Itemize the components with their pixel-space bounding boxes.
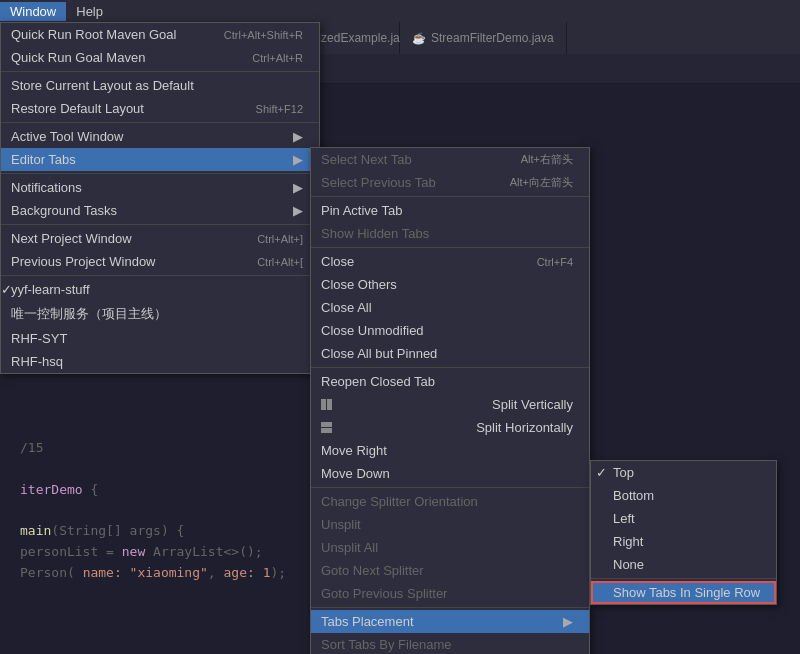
placement-sep bbox=[591, 578, 776, 579]
submenu-select-next[interactable]: Select Next Tab Alt+右箭头 bbox=[311, 148, 589, 171]
submenu-close[interactable]: Close Ctrl+F4 bbox=[311, 250, 589, 273]
menu-item-notifications[interactable]: Notifications ▶ bbox=[1, 176, 319, 199]
submenu-select-prev[interactable]: Select Previous Tab Alt+向左箭头 bbox=[311, 171, 589, 194]
separator-4 bbox=[1, 224, 319, 225]
sub-sep-3 bbox=[311, 367, 589, 368]
placement-right[interactable]: Right bbox=[591, 530, 776, 553]
editor-tabs-submenu: Select Next Tab Alt+右箭头 Select Previous … bbox=[310, 147, 590, 654]
menu-item-weiy[interactable]: 唯一控制服务（项目主线） bbox=[1, 301, 319, 327]
submenu-change-splitter[interactable]: Change Splitter Orientation bbox=[311, 490, 589, 513]
menu-item-store-layout[interactable]: Store Current Layout as Default bbox=[1, 74, 319, 97]
submenu-tabs-placement[interactable]: Tabs Placement ▶ bbox=[311, 610, 589, 633]
submenu-unsplit[interactable]: Unsplit bbox=[311, 513, 589, 536]
submenu-sort-tabs[interactable]: Sort Tabs By Filename bbox=[311, 633, 589, 654]
sub-sep-1 bbox=[311, 196, 589, 197]
menu-item-quick-run-goal[interactable]: Quick Run Goal Maven Ctrl+Alt+R bbox=[1, 46, 319, 69]
placement-single-row[interactable]: Show Tabs In Single Row bbox=[591, 581, 776, 604]
separator-2 bbox=[1, 122, 319, 123]
menu-item-rhf-syt[interactable]: RHF-SYT bbox=[1, 327, 319, 350]
placement-bottom[interactable]: Bottom bbox=[591, 484, 776, 507]
submenu-move-down[interactable]: Move Down bbox=[311, 462, 589, 485]
menu-item-quick-run-root[interactable]: Quick Run Root Maven Goal Ctrl+Alt+Shift… bbox=[1, 23, 319, 46]
submenu-show-hidden[interactable]: Show Hidden Tabs bbox=[311, 222, 589, 245]
menu-item-editor-tabs[interactable]: Editor Tabs ▶ bbox=[1, 148, 319, 171]
sub-sep-5 bbox=[311, 607, 589, 608]
split-vert-icon bbox=[321, 399, 332, 410]
submenu-reopen-closed[interactable]: Reopen Closed Tab bbox=[311, 370, 589, 393]
placement-left[interactable]: Left bbox=[591, 507, 776, 530]
menubar: Window Help bbox=[0, 0, 800, 22]
sub-sep-2 bbox=[311, 247, 589, 248]
submenu-pin-active[interactable]: Pin Active Tab bbox=[311, 199, 589, 222]
submenu-close-others[interactable]: Close Others bbox=[311, 273, 589, 296]
submenu-goto-prev[interactable]: Goto Previous Splitter bbox=[311, 582, 589, 605]
submenu-unsplit-all[interactable]: Unsplit All bbox=[311, 536, 589, 559]
file-tab-label-2: StreamFilterDemo.java bbox=[431, 31, 554, 45]
menu-item-rhf-hsq[interactable]: RHF-hsq bbox=[1, 350, 319, 373]
submenu-move-right[interactable]: Move Right bbox=[311, 439, 589, 462]
submenu-split-horiz[interactable]: Split Horizontally bbox=[311, 416, 589, 439]
java-icon-2: ☕ bbox=[412, 32, 426, 45]
placement-top[interactable]: ✓ Top bbox=[591, 461, 776, 484]
menu-item-active-tool[interactable]: Active Tool Window ▶ bbox=[1, 125, 319, 148]
submenu-close-all-but-pinned[interactable]: Close All but Pinned bbox=[311, 342, 589, 365]
window-dropdown: Quick Run Root Maven Goal Ctrl+Alt+Shift… bbox=[0, 22, 320, 374]
placement-none[interactable]: None bbox=[591, 553, 776, 576]
menu-item-prev-window[interactable]: Previous Project Window Ctrl+Alt+[ bbox=[1, 250, 319, 273]
menu-item-background-tasks[interactable]: Background Tasks ▶ bbox=[1, 199, 319, 222]
checkmark-top: ✓ bbox=[596, 465, 607, 480]
menu-item-next-window[interactable]: Next Project Window Ctrl+Alt+] bbox=[1, 227, 319, 250]
menu-window[interactable]: Window bbox=[0, 2, 66, 21]
submenu-split-vert[interactable]: Split Vertically bbox=[311, 393, 589, 416]
menu-item-yyf[interactable]: ✓ yyf-learn-stuff bbox=[1, 278, 319, 301]
submenu-goto-next[interactable]: Goto Next Splitter bbox=[311, 559, 589, 582]
submenu-close-unmodified[interactable]: Close Unmodified bbox=[311, 319, 589, 342]
file-tab-2[interactable]: ☕ StreamFilterDemo.java bbox=[400, 22, 567, 54]
menu-help[interactable]: Help bbox=[66, 2, 113, 21]
separator-3 bbox=[1, 173, 319, 174]
separator-5 bbox=[1, 275, 319, 276]
checkmark-yyf: ✓ bbox=[1, 282, 12, 297]
tabs-placement-submenu: ✓ Top Bottom Left Right None Show Tabs I… bbox=[590, 460, 777, 605]
separator-1 bbox=[1, 71, 319, 72]
sub-sep-4 bbox=[311, 487, 589, 488]
submenu-close-all[interactable]: Close All bbox=[311, 296, 589, 319]
menu-item-restore-layout[interactable]: Restore Default Layout Shift+F12 bbox=[1, 97, 319, 120]
split-horiz-icon bbox=[321, 422, 332, 433]
